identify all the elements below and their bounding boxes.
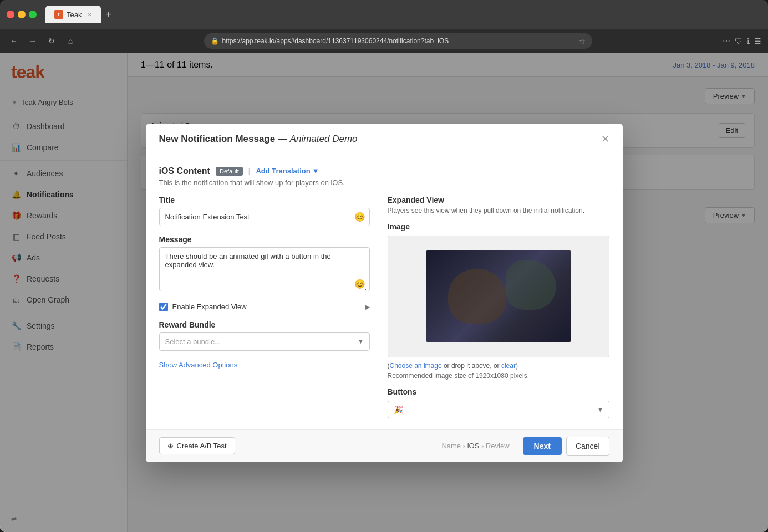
maximize-window-btn[interactable] (29, 11, 37, 18)
modal-footer: ⊕ Create A/B Test Name › iOS › Review Ne… (146, 429, 623, 462)
breadcrumb-review: Review (486, 442, 510, 450)
message-emoji-btn[interactable]: 😊 (354, 279, 365, 289)
right-col: Expanded View Players see this view when… (388, 196, 609, 418)
home-btn[interactable]: ⌂ (63, 34, 78, 48)
address-bar-icons: ☆ (579, 37, 586, 45)
buttons-select[interactable]: 🎉 (388, 401, 609, 418)
add-translation-link[interactable]: Add Translation ▼ (256, 167, 319, 175)
menu-icon: ☰ (754, 37, 761, 45)
title-input[interactable] (159, 208, 370, 226)
modal-body: iOS Content Default | Add Translation ▼ … (146, 155, 623, 429)
title-bar: t Teak ✕ + (0, 0, 768, 29)
shield-icon: 🛡 (735, 37, 742, 45)
reward-bundle-select[interactable]: Select a bundle... (159, 332, 370, 351)
translation-dropdown-icon: ▼ (312, 167, 319, 175)
modal-title-prefix: New Notification Message — (159, 134, 290, 144)
add-translation-text: Add Translation (256, 167, 310, 175)
expanded-view-row: Enable Expanded View ▶ (159, 303, 370, 311)
badge-separator: | (248, 167, 251, 175)
extensions-icon: ⋯ (723, 37, 730, 45)
message-textarea[interactable] (159, 247, 370, 291)
secure-icon: 🔒 (211, 37, 219, 45)
modal-title-italic: Animated Demo (290, 134, 358, 144)
tab-label: Teak (67, 11, 82, 19)
play-icon: ▶ (365, 303, 370, 311)
address-bar-row: ← → ↻ ⌂ 🔒 https://app.teak.io/apps#dashb… (0, 29, 768, 53)
message-field-label: Message (159, 235, 370, 244)
title-emoji-btn[interactable]: 😊 (354, 212, 365, 222)
buttons-section-label: Buttons (388, 387, 609, 396)
image-help-text: (Choose an image or drop it above, or cl… (388, 362, 609, 370)
forward-btn[interactable]: → (26, 34, 40, 48)
photo-simulation (426, 250, 571, 342)
show-advanced-link[interactable]: Show Advanced Options (159, 361, 238, 369)
modal-overlay: New Notification Message — Animated Demo… (0, 53, 768, 532)
tab-favicon: t (54, 10, 63, 19)
back-btn[interactable]: ← (7, 34, 21, 48)
browser-frame: t Teak ✕ + ← → ↻ ⌂ 🔒 https://app.teak.io… (0, 0, 768, 532)
image-rec-text: Recommended image size of 1920x1080 pixe… (388, 372, 609, 380)
ab-test-button[interactable]: ⊕ Create A/B Test (159, 437, 235, 454)
default-badge: Default (216, 167, 243, 176)
expanded-view-checkbox[interactable] (159, 303, 168, 311)
close-window-btn[interactable] (7, 11, 14, 18)
refresh-btn[interactable]: ↻ (44, 34, 59, 48)
browser-tab[interactable]: t Teak ✕ (45, 6, 101, 23)
image-section-label: Image (388, 222, 609, 231)
ios-content-label: iOS Content (159, 166, 210, 176)
section-subtitle: This is the notification that will show … (159, 178, 609, 187)
bookmark-star-icon: ☆ (579, 37, 586, 45)
image-preview (426, 250, 571, 342)
info-icon: ℹ (747, 37, 750, 45)
title-field-label: Title (159, 196, 370, 204)
image-upload-area[interactable] (388, 236, 609, 357)
next-button[interactable]: Next (523, 437, 562, 455)
browser-toolbar-right: ⋯ 🛡 ℹ ☰ (723, 37, 761, 45)
expanded-view-section-title: Expanded View (388, 196, 609, 204)
title-input-wrapper: 😊 (159, 208, 370, 226)
breadcrumb-sep2: › (481, 442, 486, 450)
modal: New Notification Message — Animated Demo… (146, 124, 623, 462)
section-title: iOS Content Default | Add Translation ▼ (159, 166, 609, 176)
modal-close-btn[interactable]: ✕ (601, 134, 609, 144)
breadcrumb: Name › iOS › Review (441, 442, 509, 450)
reward-bundle-select-wrapper: Select a bundle... ▼ (159, 332, 370, 351)
expanded-view-label: Enable Expanded View (172, 303, 247, 311)
footer-nav: Name › iOS › Review Next Cancel (441, 437, 609, 456)
new-tab-btn[interactable]: + (103, 9, 114, 21)
ab-test-label: Create A/B Test (177, 442, 227, 450)
traffic-lights (7, 11, 37, 18)
buttons-value: 🎉 (394, 405, 403, 414)
address-bar[interactable]: 🔒 https://app.teak.io/apps#dashboard/113… (204, 33, 592, 49)
modal-header: New Notification Message — Animated Demo… (146, 124, 623, 155)
tab-close-btn[interactable]: ✕ (87, 11, 92, 18)
clear-image-link[interactable]: clear (501, 362, 516, 370)
left-col: Title 😊 Message 😊 (159, 196, 370, 418)
message-textarea-wrapper: 😊 (159, 247, 370, 294)
reward-bundle-label: Reward Bundle (159, 320, 370, 329)
ab-test-plus-icon: ⊕ (167, 442, 174, 450)
tab-bar: t Teak ✕ + (45, 6, 761, 23)
breadcrumb-ios: iOS (467, 442, 480, 450)
buttons-select-wrapper: 🎉 ▼ (388, 401, 609, 418)
content-area: teak ▼ Teak Angry Bots ⏱ Dashboard 📊 Com… (0, 53, 768, 532)
modal-title: New Notification Message — Animated Demo (159, 134, 358, 145)
breadcrumb-sep1: › (463, 442, 467, 450)
expanded-view-desc: Players see this view when they pull dow… (388, 207, 609, 214)
minimize-window-btn[interactable] (18, 11, 26, 18)
cancel-button[interactable]: Cancel (566, 437, 609, 456)
choose-image-link[interactable]: Choose an image (390, 362, 442, 370)
breadcrumb-name: Name (441, 442, 461, 450)
url-text: https://app.teak.io/apps#dashboard/11363… (222, 37, 449, 45)
two-col-layout: Title 😊 Message 😊 (159, 196, 609, 418)
